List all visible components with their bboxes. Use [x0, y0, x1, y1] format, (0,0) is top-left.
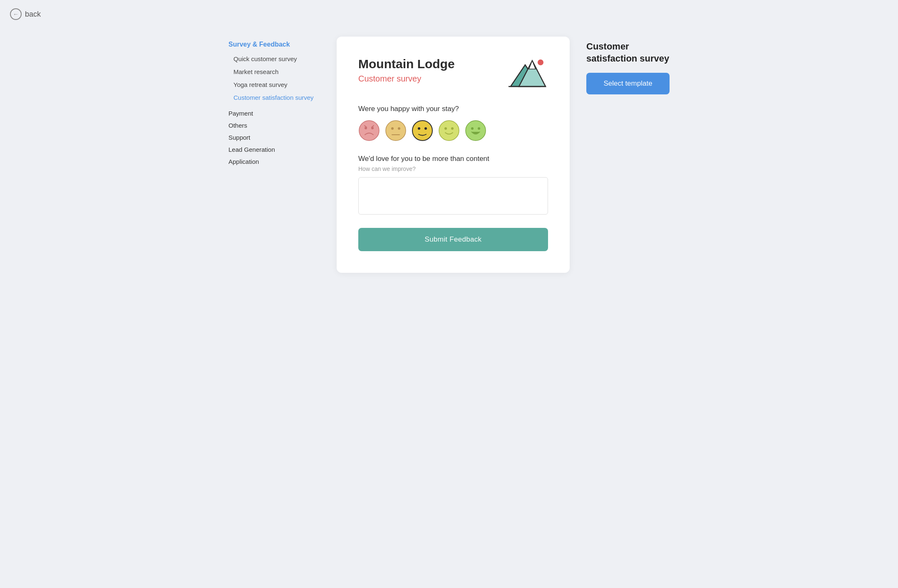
card-subtitle: Customer survey [358, 74, 455, 84]
emoji-neutral[interactable] [412, 120, 433, 141]
improve-sublabel: How can we improve? [358, 166, 548, 172]
sidebar-item-yoga-retreat[interactable]: Yoga retreat survey [228, 78, 320, 91]
svg-point-12 [412, 121, 432, 141]
svg-point-8 [386, 121, 406, 141]
svg-point-15 [439, 121, 459, 141]
sidebar-item-payment[interactable]: Payment [228, 107, 320, 119]
sidebar-item-quick-customer-survey[interactable]: Quick customer survey [228, 52, 320, 65]
emoji-row [358, 120, 548, 141]
sidebar-item-others[interactable]: Others [228, 119, 320, 131]
card-header-text: Mountain Lodge Customer survey [358, 57, 455, 84]
emoji-very-unhappy[interactable] [358, 120, 380, 141]
preview-card: Mountain Lodge Customer survey Were you … [337, 37, 570, 273]
submit-feedback-button[interactable]: Submit Feedback [358, 228, 548, 251]
sidebar-item-lead-generation[interactable]: Lead Generation [228, 143, 320, 156]
sidebar-item-customer-satisfaction[interactable]: Customer satisfaction survey [228, 91, 320, 104]
svg-point-14 [424, 127, 427, 130]
svg-point-13 [418, 127, 420, 130]
sidebar: Survey & Feedback Quick customer survey … [228, 37, 320, 168]
card-title: Mountain Lodge [358, 57, 455, 72]
back-button[interactable]: ← back [0, 0, 51, 28]
sidebar-survey-items: Quick customer survey Market research Yo… [228, 52, 320, 104]
emoji-very-happy[interactable] [465, 120, 486, 141]
svg-point-10 [398, 127, 400, 130]
sidebar-item-support[interactable]: Support [228, 131, 320, 143]
right-panel-title: Customer satisfaction survey [586, 41, 670, 64]
sidebar-item-application[interactable]: Application [228, 156, 320, 168]
improve-label: We'd love for you to be more than conten… [358, 155, 548, 163]
sidebar-item-market-research[interactable]: Market research [228, 65, 320, 78]
svg-point-17 [451, 127, 454, 130]
svg-point-9 [391, 127, 394, 130]
back-label: back [25, 10, 41, 19]
right-panel: Customer satisfaction survey Select temp… [586, 37, 670, 94]
improve-textarea[interactable] [358, 177, 548, 215]
emoji-happy[interactable] [438, 120, 460, 141]
svg-point-19 [471, 127, 474, 130]
sidebar-category-survey[interactable]: Survey & Feedback [228, 41, 320, 48]
sidebar-top-items: Payment Others Support Lead Generation A… [228, 107, 320, 168]
card-header: Mountain Lodge Customer survey [358, 57, 548, 90]
svg-point-0 [538, 59, 543, 65]
svg-point-18 [466, 121, 486, 141]
svg-point-5 [359, 121, 379, 141]
question-label: Were you happy with your stay? [358, 105, 548, 113]
back-arrow-icon: ← [10, 8, 22, 20]
svg-point-16 [444, 127, 447, 130]
svg-point-20 [478, 127, 480, 130]
emoji-unhappy[interactable] [385, 120, 407, 141]
mountain-logo-icon [506, 57, 548, 90]
select-template-button[interactable]: Select template [586, 73, 670, 94]
